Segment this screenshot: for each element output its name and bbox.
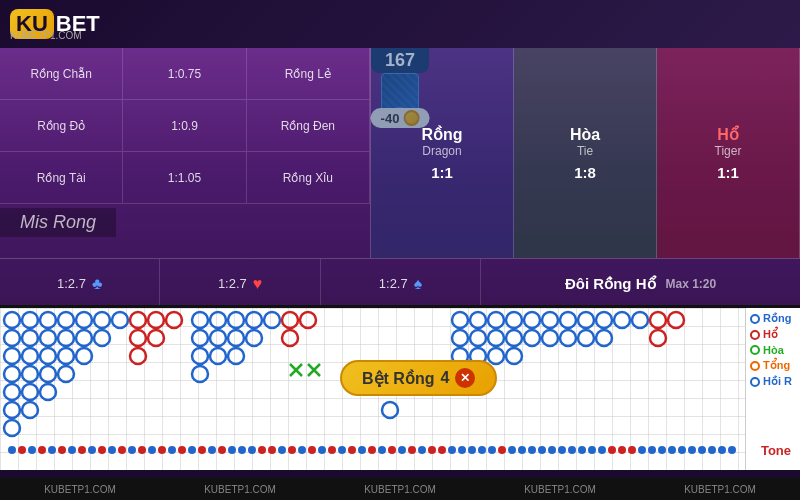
hoa-title-vn: Hòa <box>570 126 600 144</box>
svg-point-113 <box>308 446 316 454</box>
svg-point-133 <box>508 446 516 454</box>
bet-hoa-main[interactable]: Hòa Tie 1:8 <box>514 48 657 258</box>
legend-tong: Tổng <box>750 359 796 372</box>
svg-point-2 <box>40 312 56 328</box>
legend-dot-green <box>750 345 760 355</box>
svg-point-76 <box>650 312 666 328</box>
svg-point-123 <box>408 446 416 454</box>
bet-rong-num: 4 <box>440 369 449 387</box>
bet-ho-main[interactable]: Hổ Tiger 1:1 <box>657 48 800 258</box>
rong-odds: 1:1 <box>431 164 453 181</box>
doi-bet-spade[interactable]: 1:2.7 ♠ <box>321 259 481 308</box>
bet-rong-le-label: Rồng Lẻ <box>285 67 331 81</box>
bet-rong-tai[interactable]: Rồng Tài <box>0 152 123 203</box>
svg-point-103 <box>208 446 216 454</box>
svg-point-151 <box>688 446 696 454</box>
svg-point-7 <box>4 330 20 346</box>
top-bar: KU BET KUBETP1.COM <box>0 0 800 48</box>
svg-point-51 <box>632 312 648 328</box>
max-label: Max 1:20 <box>666 277 717 291</box>
svg-point-148 <box>658 446 666 454</box>
bet-rong-chan[interactable]: Rồng Chẵn <box>0 48 123 99</box>
bet-ratio-3-label: 1:1.05 <box>168 171 201 185</box>
bet-rong-do[interactable]: Rồng Đỏ <box>0 100 123 151</box>
svg-point-86 <box>38 446 46 454</box>
footer-5: KUBETP1.COM <box>684 484 756 495</box>
svg-point-56 <box>524 330 540 346</box>
bet-rong-close[interactable]: ✕ <box>455 368 475 388</box>
game-area: 167 i -40 Mis Rong Rồng Chẵn 1:0.75 Rồng… <box>0 48 800 308</box>
svg-point-119 <box>368 446 376 454</box>
svg-point-72 <box>130 348 146 364</box>
svg-point-88 <box>58 446 66 454</box>
rong-title-vn: Rồng <box>421 125 462 144</box>
svg-point-138 <box>558 446 566 454</box>
svg-point-24 <box>40 384 56 400</box>
bet-ratio-3[interactable]: 1:1.05 <box>123 152 246 203</box>
bet-rong-label[interactable]: Bệt Rồng 4 ✕ <box>340 360 497 396</box>
svg-point-47 <box>560 312 576 328</box>
svg-point-120 <box>378 446 386 454</box>
svg-point-17 <box>76 348 92 364</box>
legend-dot-red <box>750 330 760 340</box>
svg-point-0 <box>4 312 20 328</box>
bet-rong-xiu[interactable]: Rồng Xỉu <box>247 152 370 203</box>
svg-point-23 <box>22 384 38 400</box>
svg-point-125 <box>428 446 436 454</box>
doi-bet-heart[interactable]: 1:2.7 ♥ <box>160 259 320 308</box>
svg-point-143 <box>608 446 616 454</box>
bet-ratio-2[interactable]: 1:0.9 <box>123 100 246 151</box>
bet-rong-main[interactable]: Rồng Dragon 1:1 <box>371 48 514 258</box>
legend-hoi-label: Hồi R <box>763 375 792 388</box>
center-bets: Rồng Dragon 1:1 Hòa Tie 1:8 Hổ Tiger 1:1 <box>370 48 800 258</box>
svg-point-106 <box>238 446 246 454</box>
footer-4: KUBETP1.COM <box>524 484 596 495</box>
svg-point-130 <box>478 446 486 454</box>
svg-point-108 <box>258 446 266 454</box>
svg-point-53 <box>470 330 486 346</box>
legend-ho-label: Hổ <box>763 328 778 341</box>
doi-bet-club[interactable]: 1:2.7 ♣ <box>0 259 160 308</box>
svg-point-141 <box>588 446 596 454</box>
svg-point-99 <box>168 446 176 454</box>
svg-point-98 <box>158 446 166 454</box>
svg-point-91 <box>88 446 96 454</box>
svg-point-9 <box>40 330 56 346</box>
svg-point-102 <box>198 446 206 454</box>
svg-point-144 <box>618 446 626 454</box>
svg-point-78 <box>650 330 666 346</box>
svg-point-44 <box>506 312 522 328</box>
svg-point-54 <box>488 330 504 346</box>
svg-point-131 <box>488 446 496 454</box>
ho-odds: 1:1 <box>717 164 739 181</box>
svg-point-39 <box>228 348 244 364</box>
svg-point-57 <box>542 330 558 346</box>
doi-rong-ho-label: Đôi Rồng Hổ <box>565 275 656 293</box>
bet-row-3: Rồng Tài 1:1.05 Rồng Xỉu <box>0 152 370 204</box>
svg-point-37 <box>192 348 208 364</box>
svg-point-101 <box>188 446 196 454</box>
footer-1: KUBETP1.COM <box>44 484 116 495</box>
footer-3: KUBETP1.COM <box>364 484 436 495</box>
svg-point-84 <box>18 446 26 454</box>
svg-point-28 <box>192 312 208 328</box>
svg-point-104 <box>218 446 226 454</box>
spade-icon: ♠ <box>414 275 423 293</box>
heart-icon: ♥ <box>253 275 263 293</box>
svg-point-59 <box>578 330 594 346</box>
hoa-odds: 1:8 <box>574 164 596 181</box>
bet-rong-xiu-label: Rồng Xỉu <box>283 171 333 185</box>
doi-bet-2-ratio: 1:2.7 <box>218 276 247 291</box>
doi-main[interactable]: Đôi Rồng Hổ Max 1:20 <box>481 259 800 308</box>
bet-rong-den[interactable]: Rồng Đen <box>247 100 370 151</box>
doi-bet-3-ratio: 1:2.7 <box>379 276 408 291</box>
svg-point-45 <box>524 312 540 328</box>
svg-point-34 <box>210 330 226 346</box>
svg-point-8 <box>22 330 38 346</box>
bet-rong-le[interactable]: Rồng Lẻ <box>247 48 370 99</box>
bet-ratio-1[interactable]: 1:0.75 <box>123 48 246 99</box>
svg-point-94 <box>118 446 126 454</box>
svg-point-122 <box>398 446 406 454</box>
svg-point-93 <box>108 446 116 454</box>
svg-point-145 <box>628 446 636 454</box>
